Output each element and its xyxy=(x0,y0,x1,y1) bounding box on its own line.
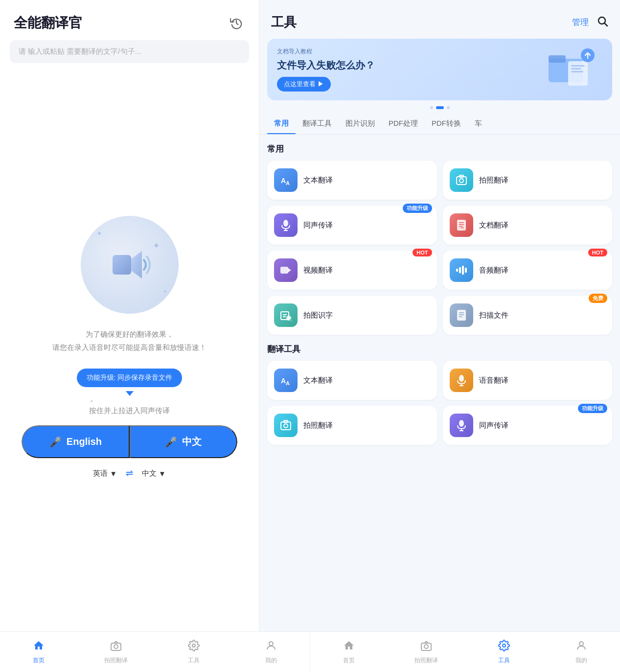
simultaneous-icon xyxy=(274,213,298,237)
mic-icon-right: 🎤 xyxy=(165,436,177,448)
scan-doc-icon xyxy=(450,303,473,327)
tool-photo-translate[interactable]: 拍照翻译 xyxy=(443,161,613,200)
tab-common[interactable]: 常用 xyxy=(267,114,296,134)
svg-text:A: A xyxy=(461,225,464,230)
camera-icon-right xyxy=(420,640,432,654)
lang-right-arrow: ▼ xyxy=(159,469,166,478)
tab-image-recognition[interactable]: 图片识别 xyxy=(339,114,382,134)
mic-illustration: ✦ ✦ ✦ xyxy=(0,73,259,631)
search-button[interactable] xyxy=(597,15,608,30)
camera-icon-left xyxy=(110,640,122,654)
svg-point-41 xyxy=(459,375,464,382)
english-label: English xyxy=(67,436,102,447)
photo-translate-svg xyxy=(455,173,468,187)
badge-upgrade-simultaneous2: 功能升级 xyxy=(578,404,607,413)
profile-icon-left xyxy=(265,640,277,654)
svg-rect-27 xyxy=(459,267,461,273)
simultaneous2-svg xyxy=(455,418,468,432)
photo-translate2-svg xyxy=(279,418,293,432)
nav-photo-right[interactable]: 拍照翻译 xyxy=(388,632,465,672)
simultaneous-label: 同声传译 xyxy=(303,221,333,230)
badge-free-scan: 免费 xyxy=(589,294,607,303)
video-translate-svg xyxy=(279,263,293,277)
banner-subtitle: 文档导入教程 xyxy=(277,47,544,56)
dot-1 xyxy=(430,106,433,109)
svg-rect-44 xyxy=(281,422,291,430)
dot-2 xyxy=(436,106,444,109)
svg-point-56 xyxy=(503,644,505,647)
tools-icon-right xyxy=(498,640,510,654)
tool-video-translate[interactable]: HOT 视频翻译 xyxy=(267,251,437,290)
left-panel: 全能翻译官 请 输入或粘贴 需要翻译的文字/句子... ✦ ✦ ✦ xyxy=(0,0,259,631)
lang-select-english[interactable]: 英语 ▼ xyxy=(93,469,117,478)
nav-photo-left[interactable]: 拍照翻译 xyxy=(77,632,155,672)
app-title: 全能翻译官 xyxy=(14,14,82,32)
right-header-actions: 管理 xyxy=(572,15,608,30)
svg-rect-28 xyxy=(462,266,464,275)
svg-line-32 xyxy=(290,320,292,321)
swap-icon[interactable]: ⇌ xyxy=(126,468,133,479)
tab-pdf-convert[interactable]: PDF转换 xyxy=(425,114,468,134)
tab-more[interactable]: 车 xyxy=(468,114,489,134)
nav-home-right[interactable]: 首页 xyxy=(310,632,388,672)
manage-button[interactable]: 管理 xyxy=(572,17,589,28)
nav-tools-right[interactable]: 工具 xyxy=(465,632,543,672)
simultaneous2-label: 同声传译 xyxy=(479,421,508,430)
english-button[interactable]: 🎤 English xyxy=(22,425,129,458)
svg-point-55 xyxy=(424,645,428,649)
badge-hot-audio: HOT xyxy=(588,249,607,256)
home-label-right: 首页 xyxy=(343,656,355,665)
tool-scan-doc[interactable]: 免费 扫描文件 xyxy=(443,296,613,335)
tab-translate-tools[interactable]: 翻译工具 xyxy=(296,114,339,134)
lang-select-chinese[interactable]: 中文 ▼ xyxy=(142,469,166,478)
audio-translate-svg xyxy=(455,263,468,277)
tool-ocr[interactable]: 拍图识字 xyxy=(267,296,437,335)
badge-upgrade-simultaneous: 功能升级 xyxy=(403,204,432,213)
lang-left-arrow: ▼ xyxy=(110,469,117,478)
upgrade-tooltip[interactable]: 功能升级: 同步保存录音文件 xyxy=(77,369,183,387)
lang-right-label: 中文 xyxy=(142,469,157,478)
tooltip-arrow xyxy=(126,391,134,396)
nav-home-left[interactable]: 首页 xyxy=(0,632,77,672)
mic-circle: ✦ ✦ ✦ xyxy=(81,216,179,314)
svg-point-57 xyxy=(579,642,583,646)
banner-cta-button[interactable]: 点这里查看 ▶ xyxy=(277,77,331,92)
tool-voice-translate[interactable]: 语音翻译 xyxy=(443,361,613,400)
tab-pdf-process[interactable]: PDF处理 xyxy=(382,114,425,134)
svg-text:A: A xyxy=(281,377,286,385)
svg-rect-7 xyxy=(571,65,585,67)
video-translate-icon xyxy=(274,258,298,282)
tool-doc-translate[interactable]: A 文档翻译 xyxy=(443,206,613,245)
tool-audio-translate[interactable]: HOT 音频翻译 xyxy=(443,251,613,290)
svg-rect-29 xyxy=(465,268,467,273)
svg-point-16 xyxy=(283,220,288,227)
nav-mine-left[interactable]: 我的 xyxy=(232,632,310,672)
text-translate2-label: 文本翻译 xyxy=(303,376,333,385)
photo-translate2-label: 拍照翻译 xyxy=(303,421,333,430)
banner-content: 文档导入教程 文件导入失败怎么办？ 点这里查看 ▶ xyxy=(277,47,544,92)
nav-mine-right[interactable]: 我的 xyxy=(543,632,620,672)
banner-svg xyxy=(544,46,602,86)
mine-label-left: 我的 xyxy=(265,656,277,665)
tools-label-right: 工具 xyxy=(498,656,510,665)
tool-simultaneous[interactable]: 功能升级 同声传译 xyxy=(267,206,437,245)
tool-simultaneous2[interactable]: 功能升级 同声传译 xyxy=(443,406,613,445)
tool-text-translate2[interactable]: A A 文本翻译 xyxy=(267,361,437,400)
tools-label-left: 工具 xyxy=(188,656,200,665)
svg-rect-9 xyxy=(571,71,583,72)
chinese-button[interactable]: 🎤 中文 xyxy=(130,425,237,458)
search-input[interactable]: 请 输入或粘贴 需要翻译的文字/句子... xyxy=(10,40,249,63)
home-label-left: 首页 xyxy=(33,656,45,665)
history-icon[interactable] xyxy=(228,14,245,32)
tool-text-translate[interactable]: A A 文本翻译 xyxy=(267,161,437,200)
nav-tools-left[interactable]: 工具 xyxy=(155,632,232,672)
section-title-translate-tools: 翻译工具 xyxy=(267,344,612,355)
simultaneous2-icon xyxy=(450,414,473,437)
ocr-icon xyxy=(274,303,298,327)
tool-photo-translate2[interactable]: 拍照翻译 xyxy=(267,406,437,445)
banner-illustration xyxy=(544,46,602,93)
svg-rect-8 xyxy=(571,68,581,70)
speaker-svg xyxy=(103,240,157,289)
photo-translate-icon xyxy=(450,168,473,192)
audio-translate-icon xyxy=(450,258,473,282)
